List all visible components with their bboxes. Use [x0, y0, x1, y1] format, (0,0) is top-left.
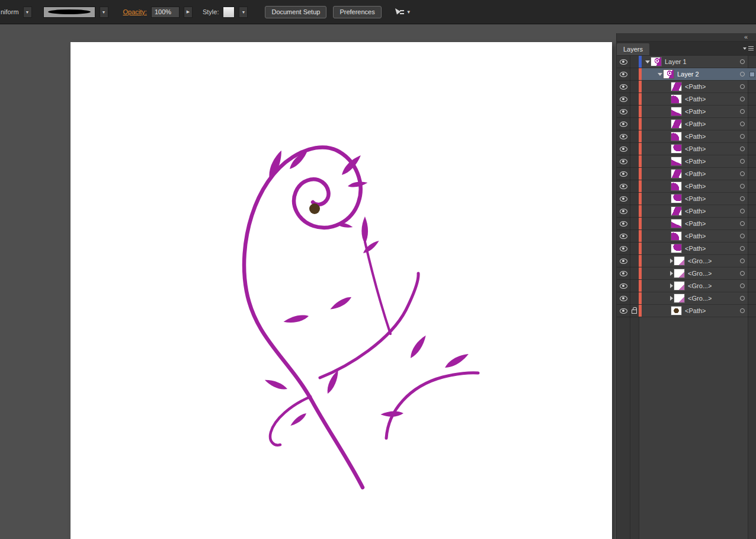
layer-row[interactable]: <Gro...>	[617, 267, 756, 280]
selection-column[interactable]	[748, 155, 756, 167]
layer-row-content[interactable]: <Path>	[642, 93, 737, 105]
visibility-toggle[interactable]	[617, 305, 630, 317]
selection-column[interactable]	[748, 68, 756, 80]
opacity-slider-button[interactable]: ▶	[184, 7, 193, 18]
canvas-area[interactable]: « Layers Layer 1	[0, 24, 756, 539]
target-circle[interactable]	[737, 68, 748, 80]
target-circle[interactable]	[737, 205, 748, 217]
layer-row[interactable]: <Path>	[617, 130, 756, 143]
selection-column[interactable]	[748, 168, 756, 180]
visibility-toggle[interactable]	[617, 68, 630, 80]
lock-toggle[interactable]	[630, 230, 639, 242]
target-circle[interactable]	[737, 255, 748, 267]
visibility-toggle[interactable]	[617, 56, 630, 68]
artboard[interactable]	[71, 42, 612, 539]
lock-toggle[interactable]	[630, 243, 639, 254]
target-circle[interactable]	[737, 267, 748, 279]
selection-column[interactable]	[748, 255, 756, 267]
opacity-input[interactable]: 100%	[151, 7, 180, 18]
selection-column[interactable]	[748, 118, 756, 130]
select-similar-dropdown[interactable]: ▼	[406, 9, 411, 15]
target-circle[interactable]	[737, 130, 748, 142]
select-similar-icon[interactable]	[394, 8, 404, 17]
layer-row-content[interactable]: <Gro...>	[642, 255, 737, 267]
layer-row-content[interactable]: <Path>	[642, 106, 737, 117]
layer-row-content[interactable]: <Path>	[642, 81, 737, 93]
lock-toggle[interactable]	[630, 143, 639, 155]
lock-toggle[interactable]	[630, 305, 639, 317]
visibility-toggle[interactable]	[617, 168, 630, 180]
layer-row-content[interactable]: <Path>	[642, 205, 737, 217]
preferences-button[interactable]: Preferences	[333, 6, 381, 18]
target-circle[interactable]	[737, 106, 748, 117]
layer-row[interactable]: <Path>	[617, 143, 756, 155]
target-circle[interactable]	[737, 155, 748, 167]
selection-column[interactable]	[748, 106, 756, 117]
layer-row[interactable]: <Path>	[617, 205, 756, 218]
lock-toggle[interactable]	[630, 193, 639, 205]
layer-row-content[interactable]: <Path>	[642, 155, 737, 167]
layer-row-content[interactable]: <Path>	[642, 218, 737, 229]
layer-row-content[interactable]: <Path>	[642, 243, 737, 254]
layer-row-content[interactable]: <Path>	[642, 168, 737, 180]
visibility-toggle[interactable]	[617, 205, 630, 217]
visibility-toggle[interactable]	[617, 130, 630, 142]
layer-row-content[interactable]: <Path>	[642, 180, 737, 192]
layer-row[interactable]: <Gro...>	[617, 255, 756, 267]
layer-row-content[interactable]: Layer 1	[642, 56, 737, 68]
layer-row[interactable]: <Path>	[617, 155, 756, 168]
visibility-toggle[interactable]	[617, 255, 630, 267]
selection-column[interactable]	[748, 193, 756, 205]
variable-width-dropdown[interactable]: ▼	[100, 7, 108, 18]
style-swatch[interactable]	[223, 7, 235, 18]
lock-toggle[interactable]	[630, 205, 639, 217]
target-circle[interactable]	[737, 243, 748, 254]
visibility-toggle[interactable]	[617, 93, 630, 105]
visibility-toggle[interactable]	[617, 118, 630, 130]
target-circle[interactable]	[737, 218, 748, 229]
collapse-dock-icon[interactable]: «	[744, 34, 748, 40]
stroke-profile-dropdown[interactable]: ▼	[23, 7, 32, 18]
selection-column[interactable]	[748, 218, 756, 229]
selection-column[interactable]	[748, 130, 756, 142]
selection-column[interactable]	[748, 143, 756, 155]
target-circle[interactable]	[737, 280, 748, 292]
style-dropdown[interactable]: ▼	[239, 7, 248, 18]
target-circle[interactable]	[737, 193, 748, 205]
lock-toggle[interactable]	[630, 93, 639, 105]
visibility-toggle[interactable]	[617, 180, 630, 192]
visibility-toggle[interactable]	[617, 218, 630, 229]
lock-toggle[interactable]	[630, 118, 639, 130]
layer-row-content[interactable]: <Path>	[642, 193, 737, 205]
expand-toggle-icon[interactable]	[670, 259, 673, 263]
layer-row-content[interactable]: Layer 2	[642, 68, 737, 80]
lock-toggle[interactable]	[630, 255, 639, 267]
selection-column[interactable]	[748, 230, 756, 242]
lock-toggle[interactable]	[630, 267, 639, 279]
target-circle[interactable]	[737, 118, 748, 130]
layer-row[interactable]: <Path>	[617, 93, 756, 106]
lock-toggle[interactable]	[630, 81, 639, 93]
lock-toggle[interactable]	[630, 218, 639, 229]
lock-toggle[interactable]	[630, 180, 639, 192]
layer-row[interactable]: <Path>	[617, 230, 756, 243]
selection-column[interactable]	[748, 267, 756, 279]
layer-row-content[interactable]: <Path>	[642, 130, 737, 142]
layer-row[interactable]: <Path>	[617, 180, 756, 193]
layer-row-content[interactable]: <Gro...>	[642, 292, 737, 304]
lock-toggle[interactable]	[630, 106, 639, 117]
target-circle[interactable]	[737, 81, 748, 93]
selection-column[interactable]	[748, 292, 756, 304]
visibility-toggle[interactable]	[617, 243, 630, 254]
target-circle[interactable]	[737, 180, 748, 192]
layer-row[interactable]: Layer 2	[617, 68, 756, 81]
lock-toggle[interactable]	[630, 68, 639, 80]
layer-row[interactable]: <Path>	[617, 168, 756, 180]
selection-column[interactable]	[748, 93, 756, 105]
layer-row-content[interactable]: <Path>	[642, 230, 737, 242]
layer-row[interactable]: <Path>	[617, 305, 756, 317]
layer-row[interactable]: Layer 1	[617, 56, 756, 68]
layer-row[interactable]: <Path>	[617, 81, 756, 93]
lock-toggle[interactable]	[630, 280, 639, 292]
expand-toggle-icon[interactable]	[670, 271, 673, 276]
